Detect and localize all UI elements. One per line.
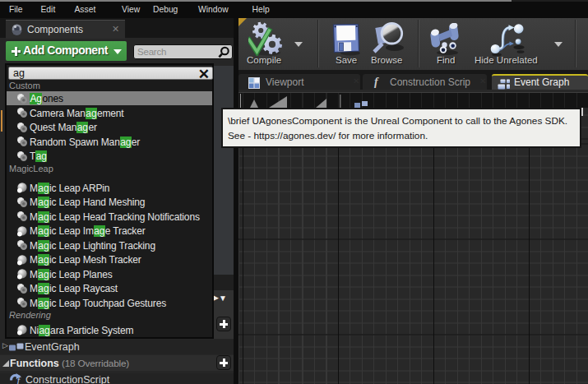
svg-text:f: f bbox=[17, 374, 22, 384]
